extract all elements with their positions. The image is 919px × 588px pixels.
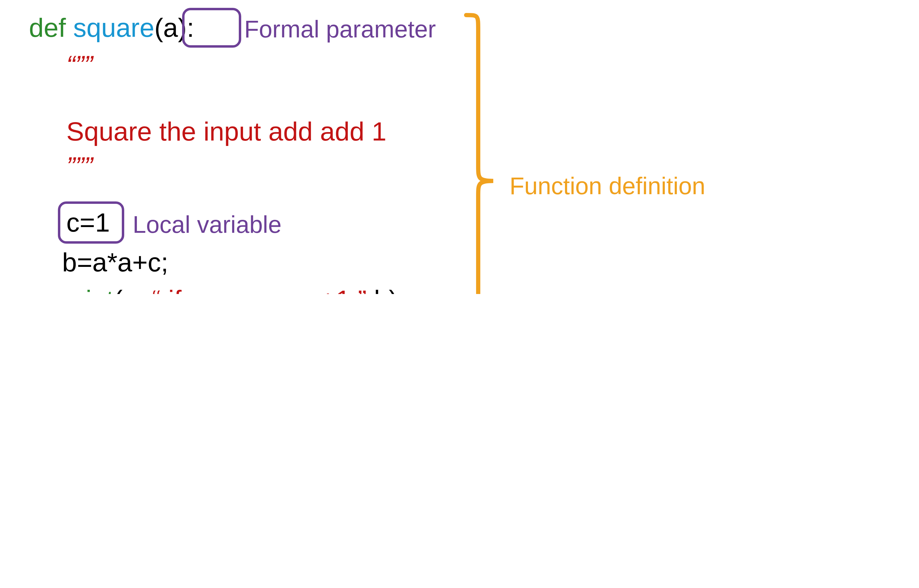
print-str: “ if you square+1 ” [152, 285, 367, 294]
brace-func-def [463, 12, 499, 294]
label-func-def: Function definition [510, 173, 705, 199]
line-print: print(a, “ if you square+1 ”,b) [62, 286, 398, 294]
box-local-variable [58, 202, 124, 244]
print-rest2: ,b) [367, 285, 398, 294]
line-def: def square(a): [29, 14, 194, 42]
label-formal-parameter: Formal parameter [244, 16, 436, 42]
diagram-slide: def square(a): Formal parameter “”” Squa… [0, 0, 919, 294]
doc-body: Square the input add add 1 [66, 118, 386, 145]
kw-print: print [62, 285, 114, 294]
doc-close: ””” [66, 153, 93, 180]
func-name: square [66, 13, 154, 42]
box-formal-parameter [182, 8, 241, 48]
line-body: b=a*a+c; [62, 249, 168, 276]
doc-open: “”” [66, 51, 93, 79]
label-local-variable: Local variable [132, 211, 282, 237]
print-rest1: (a, [114, 285, 152, 294]
kw-def: def [29, 13, 66, 42]
